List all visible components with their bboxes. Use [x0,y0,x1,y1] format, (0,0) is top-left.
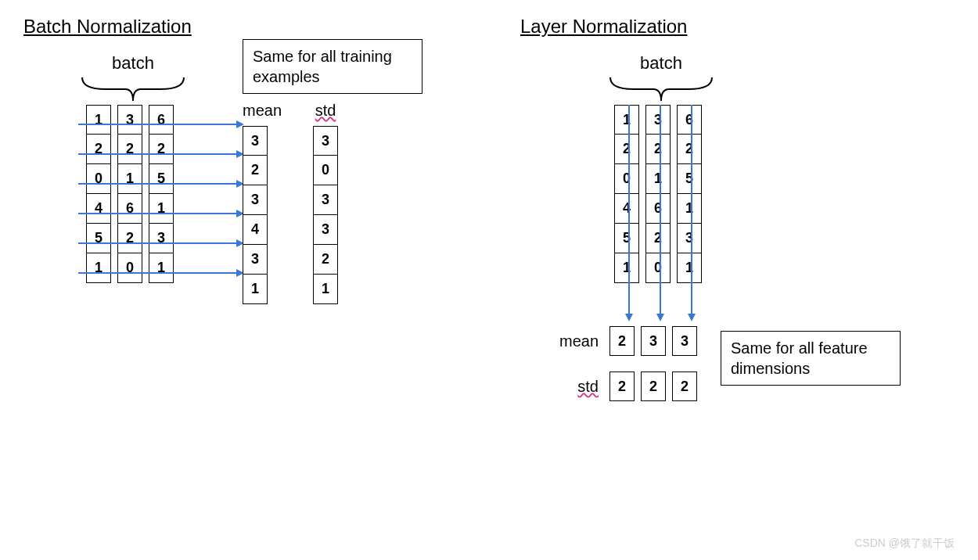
ln-cell: 1 [677,194,702,224]
bn-mean-col: 3 2 3 4 3 1 [243,126,282,304]
ln-col-2: 6 2 5 1 3 1 [677,105,702,283]
ln-cell: 0 [645,253,671,283]
ln-cell: 2 [677,135,702,164]
bn-cell: 5 [149,164,174,194]
ln-cell: 1 [677,253,702,283]
bn-cell: 1 [149,194,174,224]
ln-cell: 6 [677,105,702,135]
ln-std-cell: 2 [609,372,635,401]
bn-mean-cell: 4 [243,215,268,245]
ln-batch-label: batch [606,53,716,74]
bn-cell: 5 [86,224,111,253]
ln-cell: 2 [645,135,671,164]
bn-cell: 0 [117,253,142,283]
layer-norm-panel: Layer Normalization batch 1 2 0 4 5 1 [520,16,955,401]
arrow-down-icon [691,105,692,320]
ln-cell: 5 [677,164,702,194]
arrow-right-icon [78,242,243,244]
arrow-down-icon [628,105,630,320]
bn-cell: 4 [86,194,111,224]
bn-std-col: 3 0 3 3 2 1 [313,126,338,304]
ln-matrix: 1 2 0 4 5 1 3 2 1 6 2 0 [614,105,955,283]
ln-cell: 2 [614,135,639,164]
bn-mean-label: mean [243,102,282,120]
bn-mean-cell: 2 [243,156,268,185]
bn-mean-cell: 3 [243,126,268,156]
bn-cell: 1 [117,164,142,194]
watermark-text: CSDN @饿了就干饭 [854,537,955,551]
bn-cell: 3 [149,224,174,253]
bn-note-box: Same for all training examples [243,39,422,94]
bn-cell: 6 [117,194,142,224]
bn-cell: 2 [86,135,111,164]
arrow-right-icon [78,183,243,185]
bn-matrix: 1 2 0 4 5 1 3 2 1 6 2 [86,105,243,283]
ln-cell: 2 [645,224,671,253]
ln-mean-cell: 3 [672,326,697,356]
bn-std-cell: 3 [313,215,338,245]
ln-mean-cell: 3 [641,326,666,356]
arrow-right-icon [78,213,243,214]
bn-std-cell: 2 [313,245,338,275]
bn-std-cell: 3 [313,126,338,156]
bn-col-0: 1 2 0 4 5 1 [86,105,111,283]
ln-cell: 6 [645,194,671,224]
bn-cell: 1 [86,253,111,283]
ln-std-label: std [520,378,599,396]
ln-cell: 3 [677,224,702,253]
ln-note-box: Same for all feature dimensions [721,331,901,386]
ln-col-0: 1 2 0 4 5 1 [614,105,639,283]
ln-cell: 1 [645,164,671,194]
bn-cell: 6 [149,105,174,135]
ln-cell: 5 [614,224,639,253]
bn-mean-cell: 1 [243,275,268,304]
ln-cell: 3 [645,105,671,135]
bn-std-cell: 1 [313,275,338,304]
bn-std-cell: 0 [313,156,338,185]
layer-norm-title: Layer Normalization [520,16,955,38]
bn-std-label: std [313,102,338,120]
bn-cell: 2 [117,224,142,253]
ln-brace-icon [606,74,716,105]
ln-mean-label: mean [520,332,599,350]
bn-std-cell: 3 [313,185,338,215]
bn-cell: 1 [149,253,174,283]
arrow-right-icon [78,272,243,274]
bn-brace-icon [78,74,188,105]
ln-cell: 4 [614,194,639,224]
bn-col-2: 6 2 5 1 3 1 [149,105,174,283]
ln-cell: 1 [614,253,639,283]
ln-cell: 1 [614,105,639,135]
arrow-down-icon [660,105,661,320]
bn-mean-cell: 3 [243,185,268,215]
bn-cell: 2 [117,135,142,164]
ln-mean-cell: 2 [609,326,635,356]
arrow-right-icon [78,124,243,125]
ln-std-cell: 2 [641,372,666,401]
bn-cell: 2 [149,135,174,164]
ln-mean-row: 2 3 3 [609,326,697,356]
batch-norm-panel: Batch Normalization batch 1 2 0 4 5 [23,16,458,401]
arrow-right-icon [78,153,243,155]
ln-col-1: 3 2 1 6 2 0 [645,105,671,283]
ln-cell: 0 [614,164,639,194]
bn-cell: 3 [117,105,142,135]
bn-mean-cell: 3 [243,245,268,275]
ln-std-row: 2 2 2 [609,372,697,401]
bn-batch-label: batch [78,53,188,74]
bn-cell: 0 [86,164,111,194]
bn-cell: 1 [86,105,111,135]
ln-std-cell: 2 [672,372,697,401]
batch-norm-title: Batch Normalization [23,16,458,38]
bn-col-1: 3 2 1 6 2 0 [117,105,142,283]
